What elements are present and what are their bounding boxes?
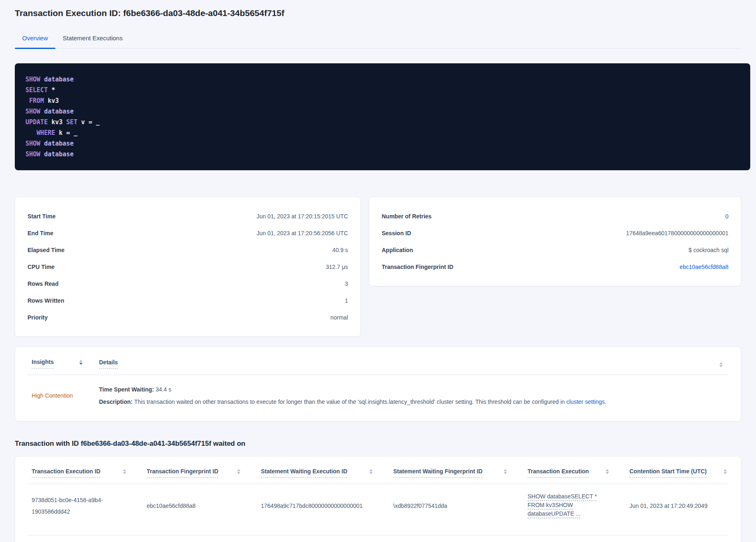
- summary-row-cpu-time: CPU Time 312.7 μs: [28, 258, 348, 275]
- cell-statement-waiting-fingerprint-id: \xdb8922f077541dda: [389, 500, 523, 512]
- col-header-transaction-execution-id[interactable]: Transaction Execution ID: [28, 468, 143, 478]
- cell-statement-waiting-execution-id: 176498a9c717bdc80000000000000001: [257, 500, 389, 512]
- rows-written-label: Rows Written: [28, 297, 64, 304]
- cell-transaction-fingerprint-id: ebc10ae56cfd88a8: [143, 500, 257, 512]
- summary-row-start-time: Start Time Jun 01, 2023 at 17:20:15:2015…: [28, 208, 348, 225]
- col-header-statement-waiting-fingerprint-id[interactable]: Statement Waiting Fingerprint ID: [389, 468, 523, 478]
- cell-transaction-execution: SHOW databaseSELECT * FROM kv3SHOW datab…: [523, 492, 625, 519]
- description-text: This transaction waited on other transac…: [134, 398, 567, 405]
- retries-value: 0: [725, 213, 728, 220]
- sort-icon-insights: [79, 360, 83, 368]
- cell-transaction-execution-id: 9738d051-bc0e-4158-a9b4-1903586ddd42: [28, 494, 143, 517]
- session-id-value: 17648a9eea6017800000000000000001: [626, 230, 728, 236]
- insights-column-header[interactable]: Insights: [28, 359, 99, 368]
- summary-row-elapsed-time: Elapsed Time 40.9 s: [28, 241, 348, 258]
- summary-row-txn-fingerprint: Transaction Fingerprint ID ebc10ae56cfd8…: [382, 258, 728, 275]
- tab-bar: Overview Statement Executions: [15, 30, 741, 49]
- cpu-time-label: CPU Time: [28, 264, 55, 270]
- page-container: Transaction Execution ID: f6be6366-da03-…: [0, 0, 756, 542]
- col-header-transaction-fingerprint-id[interactable]: Transaction Fingerprint ID: [143, 468, 257, 478]
- sort-icon-col6: [724, 469, 727, 474]
- start-time-label: Start Time: [28, 213, 55, 220]
- summary-row-end-time: End Time Jun 01, 2023 at 17:20:56:2056 U…: [28, 225, 348, 241]
- elapsed-time-label: Elapsed Time: [28, 247, 65, 253]
- waited-on-table-row: 9738d051-bc0e-4158-a9b4-1903586ddd42 ebc…: [28, 484, 728, 529]
- summary-card-right: Number of Retries 0 Session ID 17648a9ee…: [369, 197, 741, 286]
- session-id-label: Session ID: [382, 230, 411, 236]
- page-title: Transaction Execution ID: f6be6366-da03-…: [15, 0, 741, 18]
- application-label: Application: [382, 247, 413, 253]
- start-time-value: Jun 01, 2023 at 17:20:15:2015 UTC: [256, 213, 348, 220]
- rows-read-value: 3: [345, 280, 348, 287]
- txn-fingerprint-label: Transaction Fingerprint ID: [382, 264, 453, 270]
- insight-row: High Contention Time Spent Waiting:34.4 …: [28, 375, 728, 408]
- summary-card-left: Start Time Jun 01, 2023 at 17:20:15:2015…: [15, 197, 361, 337]
- details-column-header[interactable]: Details: [99, 359, 118, 369]
- col-label-transaction-fingerprint-id[interactable]: Transaction Fingerprint ID: [147, 468, 218, 478]
- cluster-settings-link[interactable]: cluster settings: [567, 398, 605, 405]
- col-header-contention-start-time[interactable]: Contention Start Time (UTC): [625, 468, 728, 478]
- sort-icon-col2: [237, 469, 240, 474]
- sort-icon-right: [719, 362, 723, 367]
- col-header-statement-waiting-execution-id[interactable]: Statement Waiting Execution ID: [257, 468, 389, 478]
- col-label-statement-waiting-execution-id[interactable]: Statement Waiting Execution ID: [261, 468, 347, 478]
- waiting-time-value: 34.4 s: [156, 386, 171, 393]
- details-column-label[interactable]: Details: [99, 359, 118, 369]
- tab-statement-executions[interactable]: Statement Executions: [55, 30, 130, 48]
- rows-written-value: 1: [345, 297, 348, 304]
- insight-details: Time Spent Waiting:34.4 s Description:Th…: [99, 383, 728, 408]
- rows-read-label: Rows Read: [28, 280, 58, 287]
- summary-row-rows-written: Rows Written 1: [28, 292, 348, 309]
- insights-header-right-sort[interactable]: [719, 359, 728, 367]
- retries-label: Number of Retries: [382, 213, 431, 220]
- transaction-execution-statement-link[interactable]: SHOW databaseSELECT * FROM kv3SHOW datab…: [528, 492, 602, 518]
- description-label: Description:: [99, 398, 133, 405]
- col-label-transaction-execution-id[interactable]: Transaction Execution ID: [32, 468, 100, 478]
- summary-row-rows-read: Rows Read 3: [28, 275, 348, 292]
- priority-label: Priority: [28, 314, 48, 321]
- end-time-label: End Time: [28, 230, 53, 236]
- col-label-contention-start-time[interactable]: Contention Start Time (UTC): [629, 468, 707, 478]
- waited-on-heading: Transaction with ID f6be6366-da03-48de-a…: [15, 440, 741, 448]
- description-suffix: .: [605, 398, 606, 405]
- insight-type-badge: High Contention: [28, 383, 99, 408]
- col-label-statement-waiting-fingerprint-id[interactable]: Statement Waiting Fingerprint ID: [393, 468, 482, 478]
- col-label-transaction-execution[interactable]: Transaction Execution: [528, 468, 589, 478]
- waited-on-table-header: Transaction Execution ID Transaction Fin…: [28, 468, 728, 478]
- elapsed-time-value: 40.9 s: [332, 247, 348, 253]
- sort-icon-col1: [123, 469, 126, 474]
- summary-row-retries: Number of Retries 0: [382, 208, 728, 225]
- insight-description-line: Description:This transaction waited on o…: [99, 396, 728, 408]
- cell-contention-start-time: Jun 01, 2023 at 17:20:49:2049: [625, 500, 728, 512]
- txn-fingerprint-link[interactable]: ebc10ae56cfd88a8: [680, 264, 728, 270]
- tab-overview[interactable]: Overview: [15, 30, 55, 48]
- waited-on-card: Transaction Execution ID Transaction Fin…: [15, 456, 741, 542]
- summary-cards-row: Start Time Jun 01, 2023 at 17:20:15:2015…: [15, 197, 741, 337]
- insight-waiting-line: Time Spent Waiting:34.4 s: [99, 383, 728, 396]
- sort-icon-col3: [369, 469, 373, 474]
- sql-statements: SHOW databaseSELECT * FROM kv3SHOW datab…: [25, 74, 740, 160]
- insights-card: Insights Details High Contention Time Sp…: [15, 347, 741, 422]
- insights-column-label[interactable]: Insights: [32, 359, 54, 368]
- sort-icon-col4: [504, 469, 507, 474]
- waiting-time-label: Time Spent Waiting:: [99, 386, 154, 393]
- summary-row-priority: Priority normal: [28, 309, 348, 326]
- priority-value: normal: [330, 314, 348, 321]
- sort-icon-col5: [606, 469, 609, 474]
- sql-statements-box: SHOW databaseSELECT * FROM kv3SHOW datab…: [15, 63, 750, 170]
- summary-row-application: Application $ cockroach sql: [382, 241, 728, 258]
- application-value: $ cockroach sql: [689, 247, 728, 253]
- cpu-time-value: 312.7 μs: [326, 264, 348, 270]
- waited-on-row-divider: [28, 535, 728, 535]
- end-time-value: Jun 01, 2023 at 17:20:56:2056 UTC: [256, 230, 348, 236]
- insights-table-header: Insights Details: [28, 359, 728, 369]
- col-header-transaction-execution[interactable]: Transaction Execution: [523, 468, 625, 478]
- summary-row-session-id: Session ID 17648a9eea6017800000000000000…: [382, 225, 728, 241]
